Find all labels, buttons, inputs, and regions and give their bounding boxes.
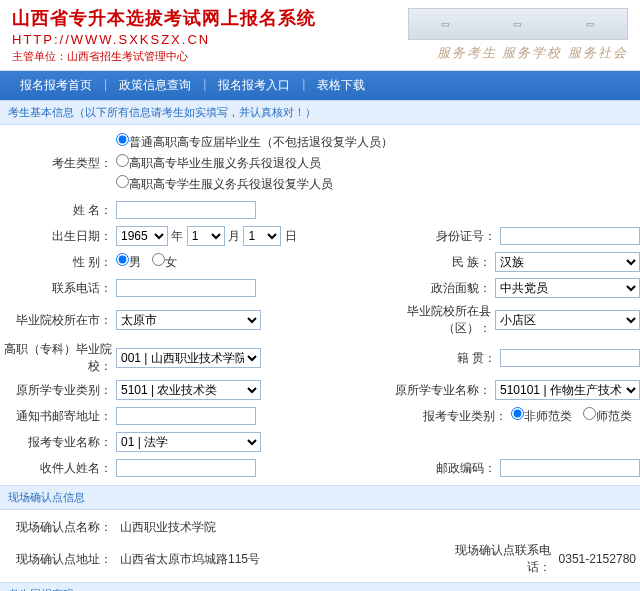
gender-male[interactable]: 男 [116, 255, 141, 269]
school-county-select[interactable]: 小店区 [495, 310, 640, 330]
recipient-input[interactable] [116, 459, 256, 477]
page-title: 山西省专升本选拔考试网上报名系统 [12, 6, 408, 30]
section-confirm-point: 现场确认点信息 [0, 485, 640, 510]
origin-input[interactable] [500, 349, 640, 367]
label-school-city: 毕业院校所在市： [0, 312, 116, 329]
apply-cat-normal[interactable]: 师范类 [583, 409, 632, 423]
nav-policy[interactable]: 政策信息查询 [109, 71, 201, 100]
label-birth: 出生日期： [0, 228, 116, 245]
type-option-1[interactable]: 普通高职高专应届毕业生（不包括退役复学人员） [116, 133, 393, 151]
confirm-name-value: 山西职业技术学院 [116, 519, 220, 536]
label-orig-major: 原所学专业名称： [385, 382, 495, 399]
admin-unit: 主管单位：山西省招生考试管理中心 [12, 49, 408, 64]
type-option-2[interactable]: 高职高专毕业生服义务兵役退役人员 [116, 154, 393, 172]
label-name: 姓 名： [0, 202, 116, 219]
label-phone: 联系电话： [0, 280, 116, 297]
idcard-input[interactable] [500, 227, 640, 245]
political-select[interactable]: 中共党员 [495, 278, 640, 298]
school-select[interactable]: 001 | 山西职业技术学院 [116, 348, 261, 368]
section-basic-info: 考生基本信息（以下所有信息请考生如实填写，并认真核对！） [0, 100, 640, 125]
orig-cat-select[interactable]: 5101 | 农业技术类 [116, 380, 261, 400]
type-radio-group: 普通高职高专应届毕业生（不包括退役复学人员） 高职高专毕业生服义务兵役退役人员 … [116, 131, 393, 195]
label-gender: 性 别： [0, 254, 116, 271]
school-city-select[interactable]: 太原市 [116, 310, 261, 330]
label-origin: 籍 贯： [390, 350, 500, 367]
ethnic-select[interactable]: 汉族 [495, 252, 640, 272]
phone-input[interactable] [116, 279, 256, 297]
gender-female[interactable]: 女 [152, 255, 177, 269]
orig-major-select[interactable]: 510101 | 作物生产技术 [495, 380, 640, 400]
label-school-county: 毕业院校所在县（区）： [385, 303, 495, 337]
nav-bar: 报名报考首页| 政策信息查询| 报名报考入口| 表格下载 [0, 71, 640, 100]
section-password: 考生网报密码 [0, 582, 640, 591]
page-header: 山西省专升本选拔考试网上报名系统 HTTP://WWW.SXKSZX.CN 主管… [0, 0, 640, 71]
label-mail-addr: 通知书邮寄地址： [0, 408, 116, 425]
mail-addr-input[interactable] [116, 407, 256, 425]
apply-cat-non-normal[interactable]: 非师范类 [511, 409, 572, 423]
apply-major-select[interactable]: 01 | 法学 [116, 432, 261, 452]
label-confirm-phone: 现场确认点联系电话： [445, 542, 555, 576]
label-political: 政治面貌： [385, 280, 495, 297]
birth-month-select[interactable]: 1 [187, 226, 225, 246]
label-ethnic: 民 族： [385, 254, 495, 271]
label-orig-cat: 原所学专业类别： [0, 382, 116, 399]
nav-download[interactable]: 表格下载 [307, 71, 375, 100]
birth-day-select[interactable]: 1 [243, 226, 281, 246]
label-confirm-addr: 现场确认点地址： [0, 551, 116, 568]
banner-image: ▭▭▭ [408, 8, 628, 40]
site-url: HTTP://WWW.SXKSZX.CN [12, 32, 408, 47]
nav-home[interactable]: 报名报考首页 [10, 71, 102, 100]
label-idcard: 身份证号： [390, 228, 500, 245]
label-recipient: 收件人姓名： [0, 460, 116, 477]
birth-year-select[interactable]: 1965 [116, 226, 168, 246]
slogan: 服务考生 服务学校 服务社会 [437, 44, 628, 62]
postcode-input[interactable] [500, 459, 640, 477]
label-confirm-name: 现场确认点名称： [0, 519, 116, 536]
confirm-addr-value: 山西省太原市坞城路115号 [116, 551, 264, 568]
label-type: 考生类型： [0, 155, 116, 172]
name-input[interactable] [116, 201, 256, 219]
label-postcode: 邮政编码： [390, 460, 500, 477]
type-option-3[interactable]: 高职高专学生服义务兵役退役复学人员 [116, 175, 393, 193]
label-apply-major: 报考专业名称： [0, 434, 116, 451]
confirm-phone-value: 0351-2152780 [555, 552, 640, 566]
nav-apply[interactable]: 报名报考入口 [208, 71, 300, 100]
label-apply-cat: 报考专业类别： [401, 408, 511, 425]
label-school: 高职（专科）毕业院校： [0, 341, 116, 375]
